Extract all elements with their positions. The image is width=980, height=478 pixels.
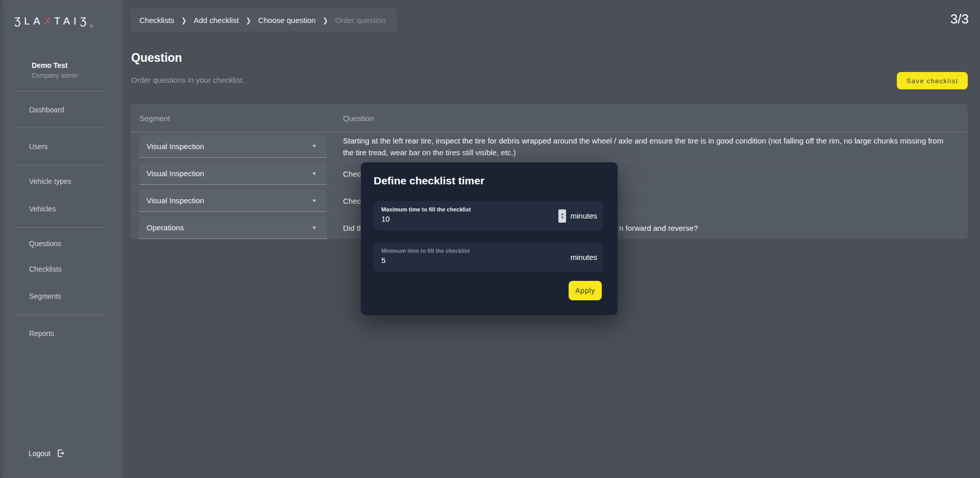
user-name: Demo Test	[32, 61, 68, 69]
question-text: Chec	[343, 168, 361, 180]
table-header-row: Segment Question	[131, 104, 968, 132]
question-text-continued: n forward and reverse?	[619, 222, 698, 234]
logout-icon	[57, 449, 65, 458]
user-role: Company admin	[32, 72, 78, 79]
sidebar-item-vehicle-types[interactable]: Vehicle types	[29, 177, 71, 185]
step-indicator: 3/3	[950, 11, 969, 27]
segment-cell: Visual Inspection ▼	[131, 162, 343, 185]
blaxtair-logo: ƷLAXTAIƷ®	[14, 15, 93, 29]
table-row[interactable]: Visual Inspection ▼ Starting at the left…	[131, 132, 968, 160]
logo-text: Ʒ	[80, 15, 90, 27]
max-time-unit-group: ▲ ▼ minutes	[558, 201, 597, 230]
caret-down-icon: ▼	[311, 198, 317, 203]
registered-mark: ®	[90, 24, 93, 29]
sidebar-item-questions[interactable]: Questions	[29, 240, 61, 248]
number-stepper[interactable]: ▲ ▼	[558, 209, 566, 223]
unit-label: minutes	[570, 253, 597, 261]
max-time-input[interactable]	[381, 214, 494, 223]
logout-label: Logout	[29, 449, 51, 458]
min-time-label: Minimum time to fill the checklist	[381, 248, 470, 254]
stepper-up-icon[interactable]: ▲	[560, 212, 565, 216]
column-header-question: Question	[343, 114, 968, 123]
min-time-field: Minimum time to fill the checklist minut…	[374, 243, 603, 272]
page-title: Question	[131, 51, 182, 65]
sidebar: ƷLAXTAIƷ® Demo Test Company admin Dashbo…	[0, 0, 122, 478]
sidebar-item-checklists[interactable]: Checklists	[29, 265, 62, 273]
unit-label: minutes	[570, 211, 597, 220]
sidebar-item-users[interactable]: Users	[29, 142, 48, 151]
logo-accent-letter: X	[44, 15, 54, 27]
segment-cell: Visual Inspection ▼	[131, 135, 343, 158]
chevron-right-icon: ❯	[323, 16, 328, 24]
chevron-right-icon: ❯	[246, 16, 251, 24]
breadcrumb: Checklists ❯ Add checklist ❯ Choose ques…	[131, 9, 397, 32]
logout-button[interactable]: Logout	[29, 449, 65, 458]
logo-text: ƷLA	[14, 15, 44, 27]
sidebar-divider	[16, 227, 106, 228]
sidebar-item-dashboard[interactable]: Dashboard	[29, 106, 64, 114]
segment-select[interactable]: Visual Inspection ▼	[139, 135, 327, 158]
caret-down-icon: ▼	[311, 144, 317, 149]
save-checklist-button[interactable]: Save checklist	[897, 72, 968, 89]
app-screen: ƷLAXTAIƷ® Demo Test Company admin Dashbo…	[0, 0, 980, 478]
define-checklist-timer-modal: Define checklist timer Maximum time to f…	[361, 162, 618, 315]
chevron-right-icon: ❯	[181, 16, 186, 24]
sidebar-divider	[16, 165, 106, 165]
page-subtitle: Order questions in your checklist.	[131, 76, 244, 84]
modal-title: Define checklist timer	[374, 175, 484, 187]
segment-select-value: Operations	[146, 223, 184, 232]
question-text: Chec	[343, 195, 361, 207]
apply-button[interactable]: Apply	[569, 281, 602, 300]
question-cell: Starting at the left rear tire, inspect …	[343, 133, 968, 160]
caret-down-icon: ▼	[311, 171, 317, 176]
segment-cell: Visual Inspection ▼	[131, 189, 343, 212]
segment-select[interactable]: Operations ▼	[139, 217, 327, 239]
sidebar-divider	[16, 315, 106, 315]
question-text: Starting at the left rear tire, inspect …	[343, 135, 953, 158]
min-time-unit-group: minutes	[570, 243, 597, 272]
breadcrumb-choose-question[interactable]: Choose question	[258, 16, 316, 25]
column-header-segment: Segment	[131, 114, 343, 123]
max-time-field: Maximum time to fill the checklist ▲ ▼ m…	[374, 201, 603, 230]
logo-text: TAI	[54, 15, 80, 27]
breadcrumb-order-question: Order question	[335, 16, 386, 25]
max-time-label: Maximum time to fill the checklist	[381, 206, 471, 212]
sidebar-item-vehicles[interactable]: Vehicles	[29, 205, 56, 213]
breadcrumb-add-checklist[interactable]: Add checklist	[193, 16, 238, 25]
breadcrumb-checklists[interactable]: Checklists	[139, 16, 174, 25]
sidebar-divider	[16, 128, 106, 128]
segment-cell: Operations ▼	[131, 217, 343, 239]
sidebar-item-segments[interactable]: Segments	[29, 292, 61, 300]
segment-select[interactable]: Visual Inspection ▼	[139, 162, 327, 185]
min-time-input[interactable]	[381, 256, 494, 265]
segment-select-value: Visual Inspection	[146, 142, 204, 151]
sidebar-divider	[16, 91, 106, 91]
caret-down-icon: ▼	[311, 225, 317, 230]
segment-select-value: Visual Inspection	[146, 196, 204, 205]
question-text: Did th	[343, 222, 363, 234]
segment-select[interactable]: Visual Inspection ▼	[139, 189, 327, 212]
segment-select-value: Visual Inspection	[146, 169, 204, 178]
stepper-down-icon[interactable]: ▼	[560, 216, 565, 220]
sidebar-item-reports[interactable]: Reports	[29, 329, 54, 338]
